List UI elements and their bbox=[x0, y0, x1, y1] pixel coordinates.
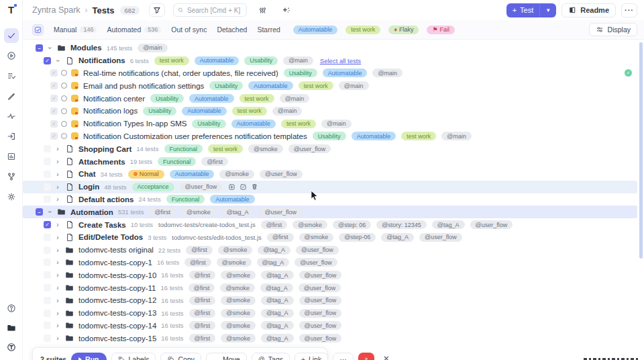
row-chip[interactable]: @smoke bbox=[221, 334, 256, 343]
import-box-icon[interactable] bbox=[4, 129, 19, 144]
settings-gear-icon[interactable] bbox=[4, 189, 19, 204]
row-checkbox[interactable] bbox=[44, 310, 51, 317]
row-chip[interactable]: @story: 12345 bbox=[376, 220, 427, 229]
row-chip[interactable]: test work bbox=[299, 81, 333, 90]
row-chip[interactable]: @smoke bbox=[217, 258, 252, 267]
row-chip[interactable]: @main bbox=[441, 132, 472, 140]
tree-row[interactable]: ›Chat34 testsNormalAutomatable@smoke@use… bbox=[23, 168, 637, 181]
row-chip[interactable]: @user_flow bbox=[299, 283, 341, 292]
tree-row[interactable]: ✓Notification centerUsabilityAutomatable… bbox=[23, 92, 637, 105]
filter-item-starred[interactable]: Starred bbox=[257, 26, 280, 34]
chevron-right-icon[interactable]: › bbox=[53, 271, 62, 279]
tree-row[interactable]: –›Automation531 tests@first@smoke@tag_A@… bbox=[23, 206, 637, 218]
row-chip[interactable]: @user_flow bbox=[299, 296, 342, 305]
row-label[interactable]: Notification logs bbox=[83, 107, 138, 115]
row-checkbox[interactable]: ✓ bbox=[50, 132, 58, 140]
tree-row[interactable]: –›Modules145 tests@main bbox=[23, 42, 637, 54]
help-icon[interactable] bbox=[4, 301, 19, 316]
filter-item-detached[interactable]: Detached bbox=[217, 26, 247, 34]
row-checkbox[interactable] bbox=[44, 322, 51, 329]
row-label[interactable]: todomvc-tests-copy-10 bbox=[78, 271, 156, 279]
row-label[interactable]: Real-time notifications (chat, order upd… bbox=[83, 69, 278, 77]
search-box[interactable] bbox=[173, 3, 247, 17]
chevron-right-icon[interactable]: › bbox=[53, 183, 62, 191]
row-chip[interactable]: @first bbox=[189, 271, 216, 279]
report-grid-icon[interactable] bbox=[4, 149, 19, 164]
display-button[interactable]: Display bbox=[589, 23, 637, 36]
row-chip[interactable]: @first bbox=[189, 283, 215, 292]
chevron-right-icon[interactable]: › bbox=[53, 334, 62, 342]
row-chip[interactable]: Usability bbox=[313, 132, 346, 140]
row-chip[interactable]: @user_flow bbox=[180, 183, 223, 191]
chevron-right-icon[interactable]: › bbox=[53, 246, 62, 254]
tree-row[interactable]: ›Edit/Delete Todos3 teststodomvc-tests/e… bbox=[23, 231, 637, 244]
filter-chip-test-work[interactable]: test work bbox=[345, 26, 380, 34]
chevron-right-icon[interactable]: › bbox=[53, 234, 62, 241]
footer-more-button[interactable]: ··· bbox=[333, 353, 354, 360]
pulse-icon[interactable] bbox=[4, 109, 19, 124]
chevron-right-icon[interactable]: › bbox=[53, 171, 62, 178]
row-label[interactable]: todomvc-tests-copy-14 bbox=[78, 322, 156, 330]
row-chip[interactable]: Usability bbox=[244, 56, 278, 65]
row-checkbox[interactable]: ✓ bbox=[50, 82, 58, 89]
row-chip[interactable]: @user_flow bbox=[288, 144, 331, 153]
filter-item-out-of-sync[interactable]: Out of sync bbox=[171, 26, 207, 34]
row-chip[interactable]: @smoke bbox=[221, 271, 256, 279]
row-chip[interactable]: test work bbox=[401, 132, 436, 140]
tree-row[interactable]: ✓Email and push notification settingsUsa… bbox=[23, 79, 637, 92]
row-label[interactable]: Modules bbox=[70, 44, 102, 52]
row-label[interactable]: Shopping Cart bbox=[78, 145, 131, 153]
row-chip[interactable]: @tag_A bbox=[432, 220, 465, 229]
tree-row[interactable]: ›todomvc-tests-copy-1016 tests@first@smo… bbox=[23, 269, 637, 281]
row-chip[interactable]: @smoke bbox=[219, 170, 254, 179]
chevron-right-icon[interactable]: › bbox=[53, 158, 62, 165]
row-chip[interactable]: Automatable bbox=[352, 132, 396, 140]
row-chip[interactable]: @user_flow bbox=[296, 246, 339, 255]
test-status-circle-icon[interactable] bbox=[61, 83, 67, 89]
row-chip[interactable]: @smoke bbox=[221, 321, 256, 330]
chevron-right-icon[interactable]: › bbox=[53, 259, 62, 266]
row-chip[interactable]: @first bbox=[267, 233, 294, 242]
row-chip[interactable]: @tag_A bbox=[257, 258, 290, 267]
row-chip[interactable]: Automatable bbox=[323, 69, 368, 77]
tree-row[interactable]: ›Shopping Cart14 testsFunctionaltest wor… bbox=[23, 142, 637, 155]
row-label[interactable]: Notification Customization user preferen… bbox=[83, 132, 307, 140]
quick-add-button[interactable] bbox=[278, 3, 294, 17]
tree-row[interactable]: ›todomvc-tests-copy-1116 tests@first@smo… bbox=[23, 281, 637, 294]
row-checkbox[interactable] bbox=[44, 183, 51, 191]
tree-row[interactable]: ›todomvc-tests-copy-1516 tests@first@smo… bbox=[23, 332, 637, 345]
row-checkbox[interactable]: – bbox=[36, 208, 43, 216]
row-label[interactable]: Notification Types In-app SMS bbox=[83, 120, 186, 128]
row-chip[interactable]: @main bbox=[280, 94, 310, 103]
row-chip[interactable]: @main bbox=[272, 107, 303, 116]
row-chip[interactable]: Acceptance bbox=[132, 183, 174, 191]
row-checkbox[interactable]: ✓ bbox=[44, 221, 51, 228]
run-button[interactable]: Run bbox=[71, 353, 106, 360]
filter-funnel-button[interactable] bbox=[149, 3, 165, 17]
breadcrumb-project[interactable]: Zyntra Spark bbox=[32, 5, 80, 15]
tree-row[interactable]: ›todomvc-tests-copy-1316 tests@first@smo… bbox=[23, 307, 637, 320]
tree-row[interactable]: ›Attachments19 testsFunctional@first bbox=[23, 155, 637, 168]
edit-icon[interactable] bbox=[239, 183, 247, 191]
row-chip[interactable]: @tag_A bbox=[261, 296, 294, 305]
row-chip[interactable]: Automatable bbox=[210, 195, 255, 204]
selected-suites-link[interactable]: 2 suites bbox=[40, 355, 66, 360]
row-chip[interactable]: @first bbox=[189, 321, 216, 330]
row-checkbox[interactable]: ✓ bbox=[50, 69, 58, 77]
filter-chip-automatable[interactable]: Automatable bbox=[293, 26, 338, 34]
row-chip[interactable]: Automatable bbox=[182, 107, 227, 116]
tree-row[interactable]: ✓Notification Types In-app SMSUsabilityA… bbox=[23, 118, 637, 130]
row-chip[interactable]: Usability bbox=[284, 69, 317, 77]
row-chip[interactable]: Usability bbox=[209, 81, 243, 90]
chevron-right-icon[interactable]: › bbox=[53, 310, 62, 317]
row-chip[interactable]: @smoke bbox=[221, 296, 256, 305]
tree-row[interactable]: ›Login48 testsAcceptance@user_flow bbox=[23, 181, 637, 193]
row-chip[interactable]: Functional bbox=[164, 144, 203, 153]
row-label[interactable]: Attachments bbox=[78, 158, 125, 166]
readme-button[interactable]: Readme bbox=[561, 3, 616, 17]
row-chip[interactable]: Functional bbox=[158, 157, 197, 166]
draft-pen-icon[interactable] bbox=[4, 89, 19, 103]
trash-icon[interactable] bbox=[251, 183, 258, 191]
row-label[interactable]: todomvc-tests-copy-15 bbox=[78, 334, 156, 343]
move-button[interactable]: →Move bbox=[206, 353, 247, 360]
